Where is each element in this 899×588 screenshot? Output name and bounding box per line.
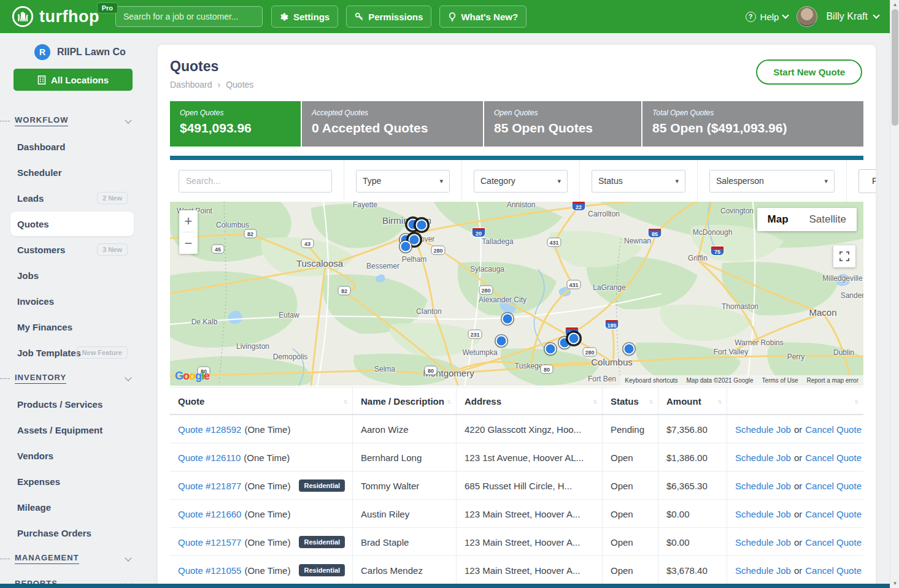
quote-map-marker[interactable] [568, 333, 580, 345]
cancel-quote-link[interactable]: Cancel Quote [805, 452, 862, 463]
map-view-button[interactable]: Map [757, 208, 799, 231]
satellite-view-button[interactable]: Satellite [799, 208, 857, 231]
cancel-quote-link[interactable]: Cancel Quote [805, 537, 862, 548]
cancel-quote-link[interactable]: Cancel Quote [805, 481, 862, 491]
quote-map-marker[interactable] [545, 343, 557, 355]
column-header-status[interactable]: Status↑↓ [603, 388, 658, 414]
map-city-label: Bessemer [366, 262, 399, 270]
start-new-quote-button[interactable]: Start New Quote [756, 59, 862, 85]
brand-logo-group[interactable]: turfhop Pro [11, 5, 99, 28]
report-map-error-link[interactable]: Report a map error [807, 377, 858, 384]
sidebar-item-purchase-orders[interactable]: Purchase Orders [0, 528, 91, 538]
amount-cell: $7,356.80 [658, 415, 727, 443]
company-switcher[interactable]: R RIIPL Lawn Co [0, 33, 144, 60]
sidebar-item-dashboard[interactable]: Dashboard [0, 142, 65, 152]
salesperson-select[interactable]: Salesperson▾ [709, 170, 835, 193]
all-locations-button[interactable]: All Locations [14, 69, 133, 91]
quote-link[interactable]: Quote #121577 [178, 537, 241, 548]
sidebar-item-expenses[interactable]: Expenses [0, 476, 60, 487]
sidebar-item-assets-equipment[interactable]: Assets / Equipment [0, 425, 102, 435]
quote-map-marker[interactable] [502, 313, 514, 325]
quote-map-marker[interactable] [623, 343, 635, 355]
sort-icon[interactable]: ↑↓ [343, 397, 346, 405]
quote-cell: Quote #121877(One Time)Residential [170, 472, 353, 499]
section-reports[interactable]: REPORTS [0, 571, 144, 584]
fullscreen-button[interactable] [833, 245, 855, 267]
settings-button[interactable]: Settings [271, 6, 338, 28]
zoom-out-button[interactable]: − [179, 232, 198, 254]
zoom-in-button[interactable]: + [179, 210, 198, 232]
sidebar-item-quotes[interactable]: Quotes [10, 212, 134, 236]
quote-link[interactable]: Quote #121055 [178, 565, 241, 576]
sidebar-item-mileage[interactable]: Mileage [0, 502, 51, 513]
sidebar-item-customers[interactable]: Customers [0, 245, 65, 255]
status-select[interactable]: Status▾ [592, 170, 685, 193]
quote-link[interactable]: Quote #128592 [178, 424, 241, 435]
quotes-map[interactable]: FayetteWest PointColumbusAnnistonCarroll… [170, 202, 863, 386]
column-header-name[interactable]: Name / Description↑↓ [353, 388, 457, 414]
scrollbar-thumb[interactable] [892, 9, 898, 126]
map-city-label: Dublin [833, 348, 854, 357]
table-row: Quote #128592(One Time)Aaron Wize4220 Gl… [170, 415, 863, 443]
permissions-button[interactable]: Permissions [346, 6, 431, 28]
cancel-quote-link[interactable]: Cancel Quote [805, 509, 862, 519]
keyboard-shortcuts-link[interactable]: Keyboard shortcuts [625, 377, 677, 384]
sort-icon[interactable]: ↑↓ [447, 397, 450, 405]
schedule-job-link[interactable]: Schedule Job [735, 452, 791, 463]
quotes-search-input[interactable] [179, 170, 332, 193]
whats-new-button[interactable]: What's New? [439, 6, 527, 28]
global-search-input[interactable] [115, 6, 263, 27]
sidebar-item-products-services[interactable]: Products / Services [0, 399, 102, 410]
sidebar-item-my-finances[interactable]: My Finances [0, 322, 72, 332]
quote-map-marker[interactable] [400, 241, 412, 253]
amount-cell: $3,678.40 [658, 556, 727, 584]
map-city-label: Milledgeville [822, 274, 862, 283]
whats-new-label: What's New? [461, 12, 518, 22]
user-menu[interactable]: Billy Kraft [826, 11, 879, 22]
cancel-quote-link[interactable]: Cancel Quote [805, 424, 862, 435]
column-header-amount[interactable]: Amount↑↓ [658, 388, 727, 414]
column-header-address[interactable]: Address↑↓ [457, 388, 603, 414]
map-city-label: Alexander City [479, 296, 527, 304]
sidebar-item-job-templates[interactable]: Job Templates [0, 348, 81, 358]
quote-link[interactable]: Quote #126110 [178, 452, 241, 463]
category-select[interactable]: Category▾ [474, 170, 568, 193]
schedule-job-link[interactable]: Schedule Job [735, 565, 791, 576]
breadcrumb-quotes: Quotes [226, 80, 253, 90]
filter-button[interactable]: Filter [858, 169, 876, 193]
sidebar-item-invoices[interactable]: Invoices [0, 296, 54, 307]
breadcrumb-dashboard[interactable]: Dashboard [170, 80, 212, 90]
schedule-job-link[interactable]: Schedule Job [735, 537, 791, 548]
section-inventory[interactable]: INVENTORY [0, 365, 144, 391]
section-workflow[interactable]: WORKFLOW [0, 108, 144, 134]
sort-icon[interactable]: ↑↓ [649, 397, 652, 405]
gear-icon [280, 12, 289, 21]
schedule-job-link[interactable]: Schedule Job [735, 509, 791, 519]
quote-map-marker[interactable] [496, 335, 507, 347]
column-header-quote[interactable]: Quote↑↓ [170, 388, 353, 414]
us-route-shield-icon: 80 [541, 365, 554, 374]
section-management[interactable]: MANAGEMENT [0, 546, 144, 571]
type-select[interactable]: Type▾ [356, 170, 450, 193]
terms-of-use-link[interactable]: Terms of Use [762, 377, 798, 384]
schedule-job-link[interactable]: Schedule Job [735, 481, 791, 491]
sort-icon[interactable]: ↑↓ [593, 397, 596, 405]
sort-icon[interactable]: ↑↓ [854, 397, 857, 405]
page-scrollbar[interactable]: ▲ ▼ [890, 0, 899, 588]
map-city-label: Livingston [236, 342, 269, 351]
help-menu[interactable]: ? Help [746, 12, 789, 22]
scrollbar-up-arrow[interactable]: ▲ [890, 0, 899, 9]
sidebar-item-jobs[interactable]: Jobs [0, 270, 39, 281]
sidebar-item-vendors[interactable]: Vendors [0, 451, 53, 461]
scrollbar-down-arrow[interactable]: ▼ [890, 579, 899, 588]
quote-link[interactable]: Quote #121660 [178, 509, 241, 519]
sort-icon[interactable]: ↑↓ [717, 397, 720, 405]
sidebar-item-scheduler[interactable]: Scheduler [0, 167, 62, 178]
schedule-job-link[interactable]: Schedule Job [735, 424, 791, 435]
quote-link[interactable]: Quote #121877 [178, 481, 241, 491]
cancel-quote-link[interactable]: Cancel Quote [805, 565, 862, 576]
sidebar-item-leads[interactable]: Leads [0, 193, 44, 204]
user-avatar[interactable] [797, 6, 817, 27]
column-header-actions[interactable]: ↑↓ [727, 388, 863, 414]
quote-map-marker[interactable] [416, 220, 428, 231]
